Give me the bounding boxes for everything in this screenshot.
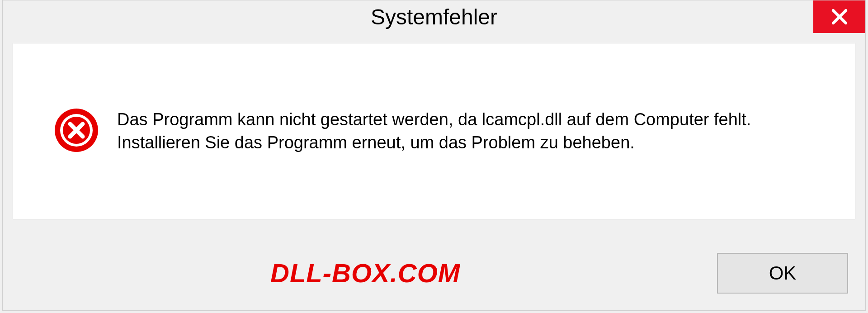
watermark-text: DLL-BOX.COM (270, 258, 460, 288)
close-icon (830, 7, 849, 26)
error-message: Das Programm kann nicht gestartet werden… (117, 108, 795, 155)
close-button[interactable] (813, 0, 865, 33)
ok-button[interactable]: OK (717, 253, 848, 294)
error-dialog: Systemfehler Das Programm kann nicht ges… (2, 0, 866, 311)
error-icon (54, 108, 99, 155)
title-bar: Systemfehler (3, 0, 865, 33)
dialog-title: Systemfehler (371, 5, 497, 29)
content-panel: Das Programm kann nicht gestartet werden… (13, 43, 855, 219)
dialog-footer: DLL-BOX.COM OK (3, 236, 865, 310)
